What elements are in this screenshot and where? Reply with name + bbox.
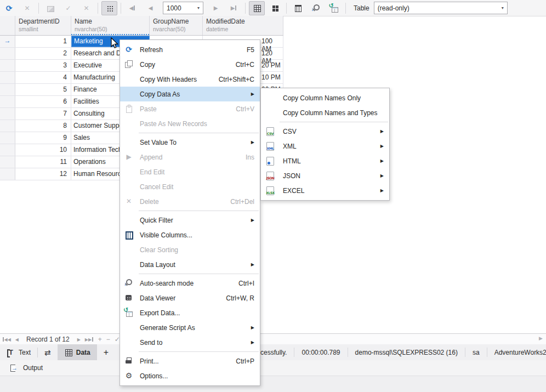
close-icon: ✕ <box>82 4 91 13</box>
row-selector[interactable] <box>0 120 15 132</box>
excel-file-icon: XLSX <box>266 186 274 195</box>
swap-view-button[interactable]: ⇄ <box>38 344 58 360</box>
context-menu: ⟳Refresh F5 Copy Ctrl+C Copy With Header… <box>120 39 260 386</box>
last-record-button[interactable]: ▶▶ <box>85 337 94 342</box>
menu-item-excel[interactable]: XLSXEXCEL ▶ <box>261 183 389 198</box>
first-record-button[interactable]: ◀◀ <box>2 337 11 342</box>
tab-data[interactable]: Data <box>58 344 97 360</box>
tab-text[interactable]: Text <box>0 344 37 360</box>
auto-search-button[interactable]: ↓ <box>308 1 324 15</box>
row-selector[interactable] <box>0 60 15 71</box>
row-selector[interactable] <box>0 48 15 59</box>
table-mode-value: (read-only) <box>378 4 410 12</box>
cell-departmentid[interactable]: 10 <box>15 144 71 156</box>
cancel-changes-button[interactable]: ✕ <box>78 1 94 15</box>
hscroll-right-arrow[interactable]: ▶ <box>539 336 543 341</box>
stop-refresh-button[interactable]: ✕ <box>19 1 35 15</box>
apply-changes-button[interactable]: ✓ <box>60 1 76 15</box>
refresh-icon: ⟳ <box>124 45 133 54</box>
delete-record-button[interactable]: − <box>106 336 110 343</box>
menu-item-set-value-to[interactable]: Set Value To ▶ <box>120 135 260 150</box>
first-page-button[interactable]: ◀ <box>124 1 140 15</box>
menu-item-send-to[interactable]: Send to ▶ <box>120 335 260 350</box>
output-panel-tab[interactable]: → Output <box>0 360 546 376</box>
grid-view-button[interactable] <box>249 1 265 15</box>
export-data-icon: ↺ <box>124 308 133 317</box>
append-icon: ▶ <box>124 152 133 161</box>
column-header-departmentid[interactable]: DepartmentID smallint <box>15 16 71 35</box>
row-selector[interactable] <box>0 108 15 120</box>
last-page-button[interactable]: ▶ <box>226 1 242 15</box>
menu-item-clear-sorting[interactable]: Clear Sorting <box>120 242 260 257</box>
next-page-button[interactable]: ▶ <box>208 1 224 15</box>
menu-item-copy-column-names-and-types[interactable]: Copy Column Names and Types <box>261 105 389 120</box>
row-selector[interactable]: → <box>0 36 15 47</box>
row-selector[interactable] <box>0 168 15 180</box>
cell-departmentid[interactable]: 3 <box>15 60 71 71</box>
submenu-arrow-icon: ▶ <box>380 173 384 178</box>
cell-departmentid[interactable]: 6 <box>15 96 71 107</box>
card-view-button[interactable] <box>267 1 283 15</box>
cell-departmentid[interactable]: 4 <box>15 72 71 83</box>
menu-item-data-viewer[interactable]: Data Viewer Ctrl+W, R <box>120 291 260 305</box>
menu-item-print[interactable]: Print... Ctrl+P <box>120 354 260 368</box>
paginal-mode-button[interactable] <box>101 1 117 15</box>
next-record-button[interactable]: ▶ <box>77 337 81 342</box>
cell-departmentid[interactable]: 1 <box>15 36 71 47</box>
row-selector[interactable] <box>0 96 15 107</box>
visible-columns-button[interactable] <box>290 1 306 15</box>
toolbar-separator <box>245 3 246 14</box>
add-tab-button[interactable]: + <box>97 344 115 360</box>
menu-item-refresh[interactable]: ⟳Refresh F5 <box>120 42 260 57</box>
row-selector[interactable] <box>0 72 15 83</box>
cell-departmentid[interactable]: 8 <box>15 120 71 132</box>
menu-item-csv[interactable]: CSVCSV ▶ <box>261 124 389 139</box>
menu-separator <box>280 122 388 122</box>
menu-item-data-layout[interactable]: Data Layout ▶ <box>120 257 260 272</box>
menu-item-paste[interactable]: Paste Ctrl+V <box>120 101 260 116</box>
row-selector[interactable] <box>0 144 15 156</box>
menu-item-copy-data-as[interactable]: Copy Data As ▶ <box>120 87 260 101</box>
previous-record-button[interactable]: ◀ <box>15 337 19 342</box>
menu-item-xml[interactable]: XMLXML ▶ <box>261 139 389 154</box>
menu-item-export-data[interactable]: ↺Export Data... <box>120 305 260 320</box>
column-header-modifieddate[interactable]: ModifiedDate datetime <box>203 16 283 35</box>
menu-item-options[interactable]: ⚙Options... <box>120 368 260 383</box>
menu-item-cancel-edit[interactable]: Cancel Edit <box>120 179 260 194</box>
previous-page-button[interactable]: ◀ <box>143 1 158 15</box>
menu-item-json[interactable]: JSONJSON ▶ <box>261 168 389 183</box>
column-header-groupname[interactable]: GroupName nvarchar(50) <box>150 16 203 35</box>
row-selector[interactable] <box>0 156 15 168</box>
grid-corner-cell[interactable] <box>0 16 15 35</box>
submenu-arrow-icon: ▶ <box>380 144 384 149</box>
cell-departmentid[interactable]: 11 <box>15 156 71 168</box>
menu-item-copy-with-headers[interactable]: Copy With Headers Ctrl+Shift+C <box>120 72 260 87</box>
menu-item-visible-columns[interactable]: Visible Columns... <box>120 228 260 242</box>
refresh-button[interactable]: ⟳ <box>1 1 17 15</box>
menu-item-paste-as-new-records[interactable]: Paste As New Records <box>120 116 260 131</box>
menu-item-quick-filter[interactable]: Quick Filter ▶ <box>120 213 260 228</box>
blob-viewer-button[interactable] <box>42 1 58 15</box>
row-selector[interactable] <box>0 132 15 144</box>
toolbar-separator <box>286 3 287 14</box>
cell-departmentid[interactable]: 5 <box>15 84 71 95</box>
menu-item-end-edit[interactable]: End Edit <box>120 164 260 179</box>
cell-departmentid[interactable]: 2 <box>15 48 71 59</box>
cell-departmentid[interactable]: 9 <box>15 132 71 144</box>
menu-item-generate-script-as[interactable]: Generate Script As ▶ <box>120 320 260 335</box>
table-mode-combo[interactable]: (read-only) ▾ <box>374 2 508 14</box>
row-selector[interactable] <box>0 84 15 95</box>
menu-item-copy-column-names-only[interactable]: Copy Column Names Only <box>261 90 389 105</box>
export-data-button[interactable]: ↺ <box>326 1 342 15</box>
menu-item-html[interactable]: HTML ▶ <box>261 154 389 168</box>
menu-item-append[interactable]: ▶Append Ins <box>120 150 260 164</box>
menu-item-auto-search-mode[interactable]: ↓Auto-search mode Ctrl+I <box>120 276 260 291</box>
status-segment[interactable]: AdventureWorks2022▾ <box>487 348 546 357</box>
menu-item-delete[interactable]: ✕Delete Ctrl+Del <box>120 194 260 209</box>
menu-item-copy[interactable]: Copy Ctrl+C <box>120 57 260 72</box>
cell-departmentid[interactable]: 12 <box>15 168 71 180</box>
page-size-combo[interactable]: 1000 ▾ <box>163 2 203 14</box>
append-record-button[interactable]: + <box>98 336 102 343</box>
cell-departmentid[interactable]: 7 <box>15 108 71 120</box>
column-header-name[interactable]: Name nvarchar(50) <box>71 16 150 35</box>
